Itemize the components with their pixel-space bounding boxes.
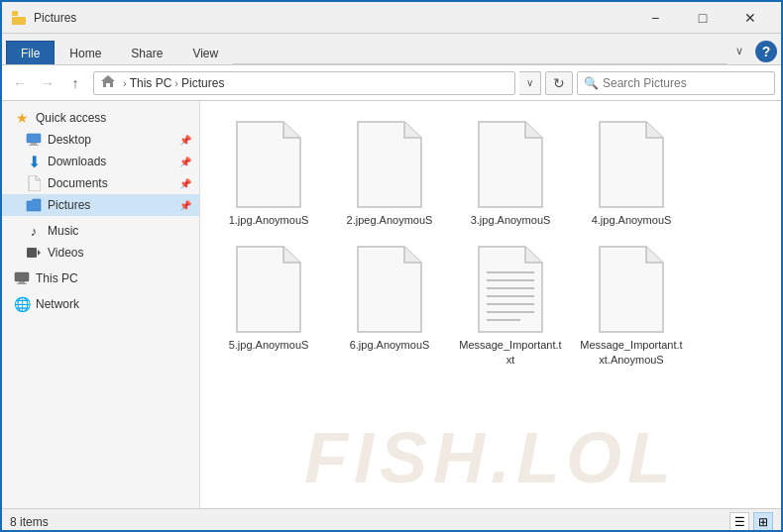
tab-share[interactable]: Share — [116, 41, 177, 64]
sidebar-item-quick-access[interactable]: ★ Quick access — [2, 107, 199, 129]
refresh-button[interactable]: ↻ — [545, 71, 573, 95]
tab-file[interactable]: File — [6, 41, 55, 64]
sidebar-item-this-pc[interactable]: This PC — [2, 267, 199, 289]
status-bar: 8 items ☰ ⊞ — [2, 508, 781, 532]
file-item[interactable]: 2.jpeg.AnoymouS — [331, 111, 448, 232]
file-grid: FISH.LOL 1.jpg.AnoymouS 2.jpeg.AnoymouS — [200, 101, 781, 508]
videos-icon — [26, 245, 42, 261]
svg-marker-7 — [38, 250, 41, 256]
sidebar-item-desktop[interactable]: Desktop 📌 — [2, 129, 199, 151]
music-icon: ♪ — [26, 223, 42, 239]
sidebar-label-documents: Documents — [48, 176, 108, 190]
svg-rect-1 — [12, 17, 26, 25]
svg-rect-9 — [19, 281, 25, 283]
forward-button[interactable]: → — [36, 71, 59, 95]
title-bar: Pictures − □ ✕ — [2, 2, 781, 34]
file-item[interactable]: 4.jpg.AnoymouS — [573, 111, 690, 232]
svg-rect-6 — [27, 248, 37, 258]
sidebar-label-this-pc: This PC — [36, 271, 78, 285]
desktop-icon — [26, 132, 42, 148]
address-dropdown[interactable]: ∨ — [519, 71, 541, 95]
downloads-icon: ⬇ — [26, 154, 42, 169]
pin-icon-docs: 📌 — [179, 178, 191, 189]
sidebar-label-videos: Videos — [48, 246, 83, 260]
svg-rect-8 — [15, 272, 29, 281]
pin-icon-pics: 📌 — [179, 200, 191, 211]
star-icon: ★ — [14, 110, 30, 126]
options-chevron[interactable]: ∨ — [727, 39, 751, 62]
pin-icon-desktop: 📌 — [179, 135, 191, 146]
file-icon-6 — [350, 245, 429, 334]
path-this-pc[interactable]: This PC — [130, 76, 172, 90]
sidebar-item-pictures[interactable]: Pictures 📌 — [2, 194, 199, 216]
file-label-6: 6.jpg.AnoymouS — [350, 338, 430, 352]
file-icon-1 — [229, 120, 308, 209]
pin-icon-downloads: 📌 — [179, 157, 191, 167]
status-view-controls: ☰ ⊞ — [729, 512, 773, 532]
sidebar-item-label: Quick access — [36, 111, 106, 125]
minimize-button[interactable]: − — [632, 2, 678, 34]
address-path[interactable]: › This PC › Pictures — [93, 71, 515, 95]
sidebar-item-music[interactable]: ♪ Music — [2, 220, 199, 242]
file-label-2: 2.jpeg.AnoymouS — [347, 213, 433, 227]
file-item[interactable]: 5.jpg.AnoymouS — [210, 236, 327, 372]
address-bar: ← → ↑ › This PC › Pictures ∨ ↻ 🔍 — [2, 65, 781, 101]
svg-rect-4 — [31, 143, 37, 145]
close-button[interactable]: ✕ — [727, 2, 773, 34]
file-icon-5 — [229, 245, 308, 334]
path-pictures[interactable]: Pictures — [181, 76, 224, 90]
file-icon-4 — [592, 120, 671, 209]
up-button[interactable]: ↑ — [63, 71, 87, 95]
file-icon-8 — [592, 245, 671, 334]
watermark: FISH.LOL — [304, 417, 677, 498]
svg-rect-5 — [29, 145, 39, 146]
large-icons-view-button[interactable]: ⊞ — [753, 512, 773, 532]
svg-rect-10 — [17, 283, 27, 284]
main-area: ★ Quick access Desktop 📌 ⬇ Downloads 📌 D… — [2, 101, 781, 508]
path-sep-1: › — [123, 77, 127, 89]
sidebar-item-network[interactable]: 🌐 Network — [2, 293, 199, 315]
tab-view[interactable]: View — [177, 41, 233, 64]
file-label-4: 4.jpg.AnoymouS — [592, 213, 672, 227]
sidebar-item-videos[interactable]: Videos — [2, 242, 199, 264]
search-input[interactable] — [603, 76, 768, 90]
sidebar-label-network: Network — [36, 297, 79, 311]
sidebar-item-downloads[interactable]: ⬇ Downloads 📌 — [2, 151, 199, 172]
tab-home[interactable]: Home — [55, 41, 116, 64]
sidebar-label-downloads: Downloads — [48, 155, 106, 168]
file-label-3: 3.jpg.AnoymouS — [471, 213, 551, 227]
file-icon-3 — [471, 120, 550, 209]
svg-rect-3 — [27, 134, 41, 143]
svg-rect-0 — [12, 11, 18, 16]
search-box[interactable]: 🔍 — [577, 71, 775, 95]
status-item-count: 8 items — [10, 515, 49, 529]
sidebar-label-pictures: Pictures — [48, 198, 90, 212]
path-sep-2: › — [174, 77, 178, 89]
pictures-folder-icon — [26, 197, 42, 213]
title-bar-controls: − □ ✕ — [632, 2, 773, 34]
ribbon-tabs: File Home Share View ∨ ? — [2, 34, 781, 65]
file-item[interactable]: 6.jpg.AnoymouS — [331, 236, 448, 372]
file-label-5: 5.jpg.AnoymouS — [229, 338, 309, 352]
list-view-button[interactable]: ☰ — [729, 512, 749, 532]
maximize-button[interactable]: □ — [680, 2, 726, 34]
file-label-7: Message_Important.txt — [457, 338, 564, 367]
title-bar-icon — [10, 9, 28, 27]
help-button[interactable]: ? — [755, 41, 777, 62]
search-icon: 🔍 — [584, 76, 599, 90]
file-icon-7 — [471, 245, 550, 334]
title-bar-title: Pictures — [34, 11, 632, 25]
back-button[interactable]: ← — [8, 71, 32, 95]
file-icon-2 — [350, 120, 429, 209]
network-icon: 🌐 — [14, 296, 30, 312]
sidebar-item-documents[interactable]: Documents 📌 — [2, 172, 199, 194]
sidebar-label-desktop: Desktop — [48, 133, 91, 147]
file-item[interactable]: 1.jpg.AnoymouS — [210, 111, 327, 232]
file-item[interactable]: 3.jpg.AnoymouS — [452, 111, 569, 232]
file-label-8: Message_Important.txt.AnoymouS — [578, 338, 685, 367]
sidebar-label-music: Music — [48, 224, 78, 238]
this-pc-icon — [14, 270, 30, 286]
file-item[interactable]: Message_Important.txt — [452, 236, 569, 372]
svg-marker-2 — [101, 75, 115, 87]
file-item[interactable]: Message_Important.txt.AnoymouS — [573, 236, 690, 372]
